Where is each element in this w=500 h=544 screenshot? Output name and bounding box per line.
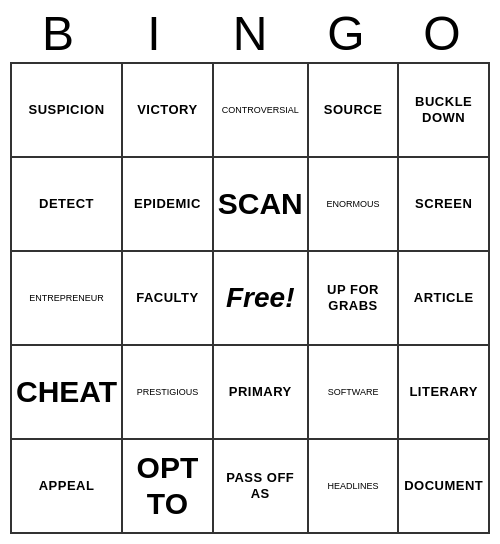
bingo-cell: ARTICLE: [399, 252, 490, 346]
cell-text: EPIDEMIC: [134, 196, 201, 212]
bingo-cell: OPT TO: [123, 440, 214, 534]
cell-text: CHEAT: [16, 374, 117, 410]
bingo-cell: SOFTWARE: [309, 346, 400, 440]
cell-text: SCAN: [218, 186, 303, 222]
cell-text: PRIMARY: [229, 384, 292, 400]
cell-text: APPEAL: [39, 478, 95, 494]
bingo-cell: DETECT: [12, 158, 123, 252]
bingo-cell: ENORMOUS: [309, 158, 400, 252]
cell-text: HEADLINES: [328, 481, 379, 492]
title-letter: G: [298, 10, 394, 58]
bingo-cell: UP FOR GRABS: [309, 252, 400, 346]
cell-text: DETECT: [39, 196, 94, 212]
cell-text: SUSPICION: [29, 102, 105, 118]
cell-text: BUCKLE DOWN: [403, 94, 484, 125]
bingo-cell: SOURCE: [309, 64, 400, 158]
bingo-cell: VICTORY: [123, 64, 214, 158]
cell-text: LITERARY: [409, 384, 478, 400]
cell-text: ARTICLE: [414, 290, 474, 306]
cell-text: PASS OFF AS: [218, 470, 303, 501]
bingo-cell: CONTROVERSIAL: [214, 64, 309, 158]
bingo-cell: PRIMARY: [214, 346, 309, 440]
cell-text: SCREEN: [415, 196, 472, 212]
bingo-title: BINGO: [10, 10, 490, 58]
bingo-cell: HEADLINES: [309, 440, 400, 534]
bingo-cell: PASS OFF AS: [214, 440, 309, 534]
bingo-cell: FACULTY: [123, 252, 214, 346]
cell-text: DOCUMENT: [404, 478, 483, 494]
title-letter: O: [394, 10, 490, 58]
cell-text: SOURCE: [324, 102, 383, 118]
bingo-cell: LITERARY: [399, 346, 490, 440]
cell-text: FACULTY: [136, 290, 198, 306]
bingo-grid: SUSPICIONVICTORYCONTROVERSIALSOURCEBUCKL…: [10, 62, 490, 534]
bingo-cell: SCREEN: [399, 158, 490, 252]
title-letter: I: [106, 10, 202, 58]
title-letter: B: [10, 10, 106, 58]
bingo-cell: SCAN: [214, 158, 309, 252]
cell-text: Free!: [226, 281, 294, 315]
bingo-cell: SUSPICION: [12, 64, 123, 158]
title-letter: N: [202, 10, 298, 58]
cell-text: SOFTWARE: [328, 387, 379, 398]
cell-text: CONTROVERSIAL: [222, 105, 299, 116]
cell-text: PRESTIGIOUS: [137, 387, 199, 398]
cell-text: ENTREPRENEUR: [29, 293, 104, 304]
cell-text: UP FOR GRABS: [313, 282, 394, 313]
bingo-cell: ENTREPRENEUR: [12, 252, 123, 346]
bingo-cell: CHEAT: [12, 346, 123, 440]
bingo-cell: BUCKLE DOWN: [399, 64, 490, 158]
cell-text: VICTORY: [137, 102, 198, 118]
bingo-cell: PRESTIGIOUS: [123, 346, 214, 440]
bingo-cell: APPEAL: [12, 440, 123, 534]
bingo-cell: Free!: [214, 252, 309, 346]
cell-text: ENORMOUS: [327, 199, 380, 210]
bingo-cell: EPIDEMIC: [123, 158, 214, 252]
cell-text: OPT TO: [127, 450, 208, 522]
bingo-cell: DOCUMENT: [399, 440, 490, 534]
